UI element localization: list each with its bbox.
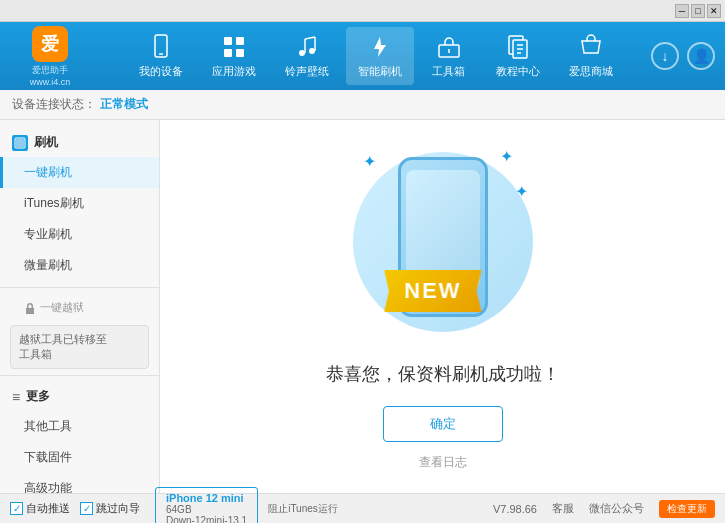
- nav-my-device-label: 我的设备: [139, 64, 183, 79]
- new-badge-text: NEW: [404, 278, 461, 303]
- sidebar-divider-2: [0, 375, 159, 376]
- nav-ringtones[interactable]: 铃声壁纸: [273, 27, 341, 85]
- svg-rect-16: [16, 139, 24, 147]
- nav-apps-games-label: 应用游戏: [212, 64, 256, 79]
- sidebar-item-download-firmware[interactable]: 下载固件: [0, 442, 159, 473]
- shop-icon: [577, 33, 605, 61]
- nav-shop[interactable]: 爱思商城: [557, 27, 625, 85]
- tutorials-icon: [504, 33, 532, 61]
- center-area: ✦ ✦ ✦ NEW 恭喜您，保资料刷机成功啦！ 确定 查看日志: [160, 120, 725, 493]
- apps-games-icon: [220, 33, 248, 61]
- sidebar: 刷机 一键刷机 iTunes刷机 专业刷机 微量刷机 一键越狱 越狱工具已转移至…: [0, 120, 160, 493]
- new-ribbon: NEW: [384, 270, 481, 312]
- sidebar-item-itunes-flash[interactable]: iTunes刷机: [0, 188, 159, 219]
- wechat-public-link[interactable]: 微信公众号: [589, 501, 644, 516]
- nav-ringtones-label: 铃声壁纸: [285, 64, 329, 79]
- nav-my-device[interactable]: 我的设备: [127, 27, 195, 85]
- sidebar-divider-1: [0, 287, 159, 288]
- sidebar-section-more: ≡ 更多: [0, 382, 159, 411]
- sidebar-jailbreak-section: 一键越狱: [0, 294, 159, 321]
- restore-btn[interactable]: □: [691, 4, 705, 18]
- ringtones-icon: [293, 33, 321, 61]
- flash-section-label: 刷机: [34, 134, 58, 151]
- logo-url: www.i4.cn: [30, 77, 71, 87]
- nav-toolbox[interactable]: 工具箱: [419, 27, 479, 85]
- bottom-bar: ✓ 自动推送 ✓ 跳过向导 iPhone 12 mini 64GB Down-1…: [0, 493, 725, 523]
- logo-name: 爱思助手: [32, 64, 68, 77]
- version-text: V7.98.66: [493, 503, 537, 515]
- nav-items: 我的设备 应用游戏 铃声壁纸 智能刷机 工具箱: [100, 27, 651, 85]
- status-label: 设备连接状态：: [12, 96, 96, 113]
- itunes-status: 阻止iTunes运行: [268, 502, 338, 516]
- auto-push-label: 自动推送: [26, 501, 70, 516]
- flash-section-icon: [12, 135, 28, 151]
- auto-push-box: ✓: [10, 502, 23, 515]
- top-nav: 爱 爱思助手 www.i4.cn 我的设备 应用游戏 铃声壁纸: [0, 22, 725, 90]
- download-btn[interactable]: ↓: [651, 42, 679, 70]
- skip-wizard-check: ✓: [83, 503, 91, 514]
- jailbreak-label: 一键越狱: [40, 300, 84, 315]
- svg-point-7: [309, 48, 315, 54]
- user-btn[interactable]: 👤: [687, 42, 715, 70]
- nav-smart-flash[interactable]: 智能刷机: [346, 27, 414, 85]
- bottom-left: ✓ 自动推送 ✓ 跳过向导 iPhone 12 mini 64GB Down-1…: [10, 487, 493, 524]
- auto-push-check: ✓: [13, 503, 21, 514]
- logo: 爱 爱思助手 www.i4.cn: [10, 26, 90, 87]
- nav-apps-games[interactable]: 应用游戏: [200, 27, 268, 85]
- nav-shop-label: 爱思商城: [569, 64, 613, 79]
- check-update-btn[interactable]: 检查更新: [659, 500, 715, 518]
- toolbox-icon: [435, 33, 463, 61]
- svg-line-10: [305, 37, 315, 39]
- status-bar: 设备连接状态： 正常模式: [0, 90, 725, 120]
- sidebar-section-flash: 刷机: [0, 128, 159, 157]
- nav-right: ↓ 👤: [651, 42, 715, 70]
- sparkle-3-icon: ✦: [515, 182, 528, 201]
- my-device-icon: [147, 33, 175, 61]
- sidebar-item-one-click-flash[interactable]: 一键刷机: [0, 157, 159, 188]
- sidebar-item-pro-flash[interactable]: 专业刷机: [0, 219, 159, 250]
- logo-icon: 爱: [32, 26, 68, 62]
- skip-wizard-label: 跳过向导: [96, 501, 140, 516]
- confirm-button[interactable]: 确定: [383, 406, 503, 442]
- svg-rect-2: [224, 37, 232, 45]
- customer-service-link[interactable]: 客服: [552, 501, 574, 516]
- sidebar-item-micro-flash[interactable]: 微量刷机: [0, 250, 159, 281]
- sparkle-2-icon: ✦: [500, 147, 513, 166]
- sidebar-item-other-tools[interactable]: 其他工具: [0, 411, 159, 442]
- device-name: iPhone 12 mini: [166, 492, 247, 504]
- smart-flash-icon: [366, 33, 394, 61]
- jailbreak-notice-text: 越狱工具已转移至工具箱: [19, 333, 107, 360]
- title-bar: ─ □ ✕: [0, 0, 725, 22]
- view-log-link[interactable]: 查看日志: [419, 454, 467, 471]
- more-section-label: 更多: [26, 388, 50, 405]
- device-info: iPhone 12 mini 64GB Down-12mini-13,1: [155, 487, 258, 524]
- logo-char: 爱: [41, 32, 59, 56]
- svg-point-6: [299, 50, 305, 56]
- nav-tutorials-label: 教程中心: [496, 64, 540, 79]
- jailbreak-notice: 越狱工具已转移至工具箱: [10, 325, 149, 369]
- svg-rect-5: [236, 49, 244, 57]
- sparkle-1-icon: ✦: [363, 152, 376, 171]
- close-btn[interactable]: ✕: [707, 4, 721, 18]
- minimize-btn[interactable]: ─: [675, 4, 689, 18]
- device-storage: 64GB: [166, 504, 247, 515]
- bottom-right: V7.98.66 客服 微信公众号 检查更新: [493, 500, 715, 518]
- device-model: Down-12mini-13,1: [166, 515, 247, 524]
- auto-push-checkbox[interactable]: ✓ 自动推送: [10, 501, 70, 516]
- svg-rect-4: [224, 49, 232, 57]
- skip-wizard-checkbox[interactable]: ✓ 跳过向导: [80, 501, 140, 516]
- nav-smart-flash-label: 智能刷机: [358, 64, 402, 79]
- success-illustration: ✦ ✦ ✦ NEW: [343, 142, 543, 342]
- nav-tutorials[interactable]: 教程中心: [484, 27, 552, 85]
- status-value: 正常模式: [100, 96, 148, 113]
- nav-toolbox-label: 工具箱: [432, 64, 465, 79]
- skip-wizard-box: ✓: [80, 502, 93, 515]
- svg-rect-3: [236, 37, 244, 45]
- success-message: 恭喜您，保资料刷机成功啦！: [326, 362, 560, 386]
- main-content: 刷机 一键刷机 iTunes刷机 专业刷机 微量刷机 一键越狱 越狱工具已转移至…: [0, 120, 725, 493]
- window-controls: ─ □ ✕: [675, 4, 721, 18]
